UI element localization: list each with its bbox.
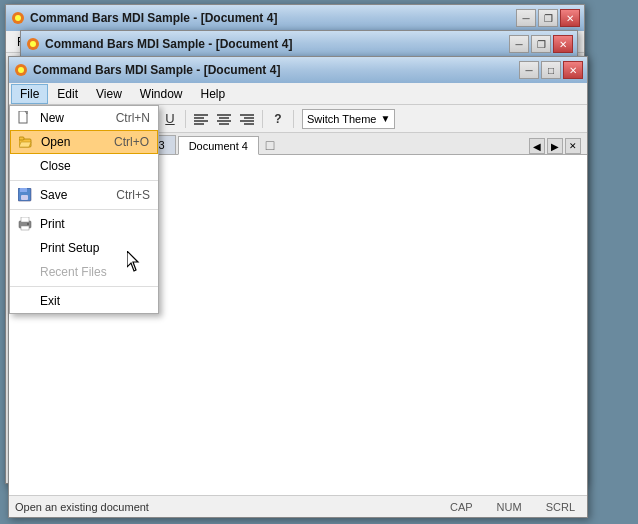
status-scrl: SCRL [540,501,581,513]
close-doc-icon [16,157,34,175]
close-label: Close [40,159,71,173]
switch-theme-combo[interactable]: Switch Theme ▼ [302,109,395,129]
menu-view-3[interactable]: View [87,84,131,104]
recentfiles-label: Recent Files [40,265,107,279]
close-btn-1[interactable]: ✕ [560,9,580,27]
new-label: New [40,111,64,125]
front-window: Command Bars MDI Sample - [Document 4] ─… [8,56,588,518]
menu-exit-item[interactable]: Exit [10,289,158,313]
menu-recentfiles-item: Recent Files [10,260,158,284]
menu-print-item[interactable]: Print [10,212,158,236]
align-left-btn[interactable] [190,108,212,130]
status-num: NUM [491,501,528,513]
new-shortcut: Ctrl+N [116,111,150,125]
menu-printsetup-item[interactable]: Print Setup [10,236,158,260]
tab-scroll-right[interactable]: ▶ [547,138,563,154]
save-label: Save [40,188,67,202]
window-controls-3: ─ □ ✕ [519,61,583,79]
status-indicators: CAP NUM SCRL [444,501,581,513]
tab-scroll-left[interactable]: ◀ [529,138,545,154]
menu-new-item[interactable]: New Ctrl+N [10,106,158,130]
minimize-btn-1[interactable]: ─ [516,9,536,27]
svg-point-43 [27,223,29,225]
exit-icon [16,292,34,310]
menu-open-item[interactable]: Open Ctrl+O [10,130,158,154]
status-bar: Open an existing document CAP NUM SCRL [9,495,587,517]
status-message: Open an existing document [15,501,444,513]
svg-rect-42 [21,226,29,230]
save-shortcut: Ctrl+S [116,188,150,202]
save-icon [16,186,34,204]
app-icon-2 [25,36,41,52]
open-shortcut: Ctrl+O [114,135,149,149]
menu-help-3[interactable]: Help [192,84,235,104]
app-icon-1 [10,10,26,26]
printsetup-label: Print Setup [40,241,99,255]
svg-rect-39 [21,195,28,200]
menu-bar-3: File Edit View Window Help [9,83,587,105]
printsetup-icon [16,239,34,257]
menu-save-item[interactable]: Save Ctrl+S [10,183,158,207]
window-controls-2: ─ ❐ ✕ [509,35,573,53]
title-text-1: Command Bars MDI Sample - [Document 4] [30,11,516,25]
status-cap: CAP [444,501,479,513]
title-bar-1: Command Bars MDI Sample - [Document 4] ─… [6,5,584,31]
menu-sep-3 [10,286,158,287]
restore-btn-1[interactable]: ❐ [538,9,558,27]
title-text-3: Command Bars MDI Sample - [Document 4] [33,63,519,77]
app-icon-3 [13,62,29,78]
underline-btn[interactable]: U [159,108,181,130]
align-center-btn[interactable] [213,108,235,130]
new-icon [16,109,34,127]
title-text-2: Command Bars MDI Sample - [Document 4] [45,37,509,51]
menu-file-3[interactable]: File [11,84,48,104]
svg-point-3 [30,41,36,47]
exit-label: Exit [40,294,60,308]
svg-rect-38 [20,188,27,192]
menu-close-item[interactable]: Close [10,154,158,178]
window-controls-1: ─ ❐ ✕ [516,9,580,27]
minimize-btn-3[interactable]: ─ [519,61,539,79]
new-tab-btn[interactable]: □ [261,136,279,154]
minimize-btn-2[interactable]: ─ [509,35,529,53]
toolbar-sep-3 [262,110,263,128]
svg-point-5 [18,67,24,73]
title-bar-2: Command Bars MDI Sample - [Document 4] ─… [21,31,577,57]
menu-window-3[interactable]: Window [131,84,192,104]
tab-doc4[interactable]: Document 4 [178,136,259,155]
print-label: Print [40,217,65,231]
maximize-btn-3[interactable]: □ [541,61,561,79]
restore-btn-2[interactable]: ❐ [531,35,551,53]
switch-theme-label: Switch Theme [307,113,377,125]
svg-rect-36 [19,137,24,140]
print-icon [16,215,34,233]
toolbar-sep-4 [293,110,294,128]
svg-rect-41 [21,217,29,222]
svg-point-1 [15,15,21,21]
menu-sep-2 [10,209,158,210]
menu-sep-1 [10,180,158,181]
tab-scroll-controls: ◀ ▶ ✕ [529,138,581,154]
close-btn-2[interactable]: ✕ [553,35,573,53]
title-bar-3: Command Bars MDI Sample - [Document 4] ─… [9,57,587,83]
open-label: Open [41,135,70,149]
help-btn[interactable]: ? [267,108,289,130]
recentfiles-icon [16,263,34,281]
align-right-btn[interactable] [236,108,258,130]
open-icon [17,133,35,151]
tab-close[interactable]: ✕ [565,138,581,154]
switch-theme-dropdown-icon[interactable]: ▼ [381,113,391,124]
close-btn-3[interactable]: ✕ [563,61,583,79]
toolbar-sep-2 [185,110,186,128]
file-dropdown-menu: New Ctrl+N Open Ctrl+O Close [9,105,159,314]
menu-edit-3[interactable]: Edit [48,84,87,104]
